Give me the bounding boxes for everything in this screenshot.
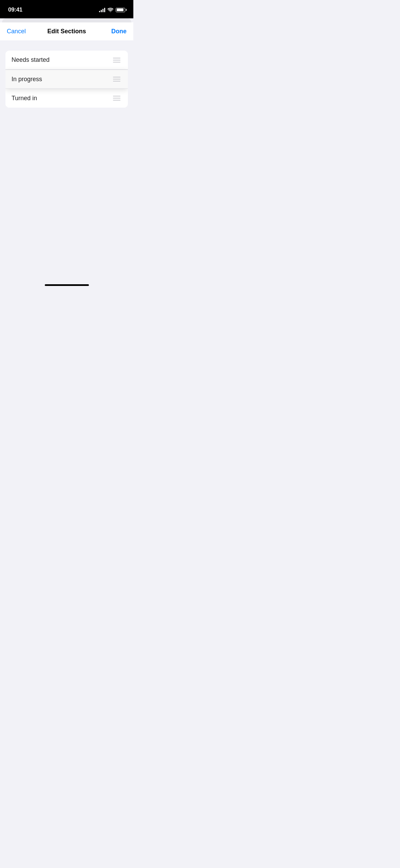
section-label-turned-in: Turned in — [12, 95, 37, 102]
drag-handle-needs-started[interactable] — [112, 56, 122, 64]
sections-list: Needs started In progress Turned in — [5, 51, 128, 108]
list-item: Turned in — [5, 89, 128, 108]
home-indicator — [45, 284, 89, 286]
sheet-top-decoration — [2, 18, 131, 22]
drag-line — [113, 96, 120, 96]
drag-line — [113, 62, 120, 62]
section-label-in-progress: In progress — [12, 76, 42, 83]
drag-line — [113, 100, 120, 101]
cancel-button[interactable]: Cancel — [7, 28, 31, 35]
drag-handle-in-progress[interactable] — [112, 75, 122, 83]
drag-line — [113, 58, 120, 58]
navigation-bar: Cancel Edit Sections Done — [0, 22, 133, 40]
spacer — [0, 40, 133, 51]
battery-icon — [116, 8, 125, 12]
main-content: Cancel Edit Sections Done Needs started … — [0, 18, 133, 289]
page-title: Edit Sections — [31, 28, 103, 35]
signal-icon — [99, 8, 105, 12]
drag-handle-turned-in[interactable] — [112, 94, 122, 102]
list-item: In progress — [5, 70, 128, 89]
list-item: Needs started — [5, 51, 128, 70]
section-label-needs-started: Needs started — [12, 56, 50, 64]
drag-line — [113, 81, 120, 82]
drag-line — [113, 79, 120, 79]
drag-line — [113, 77, 120, 77]
status-bar: 09:41 — [0, 0, 133, 18]
drag-line — [113, 98, 120, 98]
drag-line — [113, 60, 120, 60]
status-time: 09:41 — [8, 6, 22, 13]
status-icons — [99, 8, 125, 12]
done-button[interactable]: Done — [103, 28, 127, 35]
wifi-icon — [108, 8, 113, 12]
